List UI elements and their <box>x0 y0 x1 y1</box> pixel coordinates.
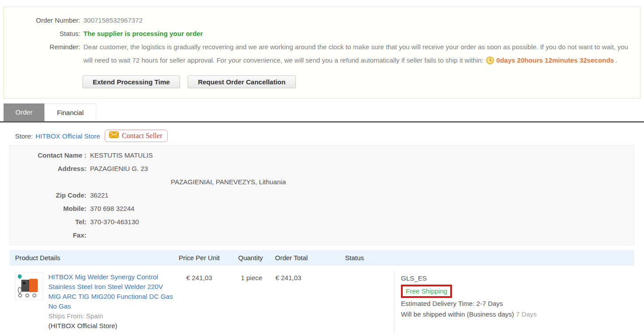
contact-row: Contact Name : KESTUTIS MATULIS <box>10 149 634 162</box>
store-label: Store: <box>15 132 33 140</box>
clock-icon <box>486 56 494 69</box>
contact-row: Mobile: 370 698 32244 <box>10 202 634 215</box>
quantity-cell: 1 piece <box>238 271 275 333</box>
contact-name-value: KESTUTIS MATULIS <box>90 149 153 162</box>
welder-orange-shape <box>29 279 38 292</box>
address-value: PAZAGIENIU G. 23 <box>90 162 148 175</box>
product-title-link[interactable]: HITBOX Mig Welder Synergy Control Stainl… <box>48 272 177 311</box>
zip-code-label: Zip Code: <box>10 189 86 202</box>
contact-seller-label: Contact Seller <box>122 132 162 140</box>
contact-name-label: Contact Name : <box>10 149 86 162</box>
free-shipping-text: Free Shipping <box>406 287 447 295</box>
order-status-text: The supplier is processing your order <box>83 27 203 40</box>
order-number-label: Order Number: <box>4 14 80 27</box>
ship-within-days: 7 Days <box>516 310 537 318</box>
order-number-value: 3007158532967372 <box>83 14 142 27</box>
table-row: HITBOX Mig Welder Synergy Control Stainl… <box>10 271 634 333</box>
tab-underline <box>0 121 644 123</box>
header-order-total: Order Total <box>275 254 345 262</box>
tab-order[interactable]: Order <box>4 103 44 121</box>
store-note-text: (HITBOX Official Store) <box>48 321 177 331</box>
tab-financial[interactable]: Financial <box>44 103 96 121</box>
welder-panel-shape <box>22 281 26 285</box>
mobile-value: 370 698 32244 <box>90 202 134 215</box>
accessory-ring-shape <box>25 293 29 297</box>
zip-code-value: 36221 <box>90 189 109 202</box>
reminder-row: Reminder: Dear customer, the logistics i… <box>4 40 640 69</box>
contact-row: Address: PAZAGIENIU G. 23 <box>10 162 634 175</box>
tel-label: Tel: <box>10 215 86 229</box>
ship-within-text: Will be shipped within (Business days) 7… <box>401 309 634 320</box>
contact-seller-button[interactable]: Contact Seller <box>105 130 168 142</box>
request-order-cancellation-button[interactable]: Request Order Cancellation <box>188 75 296 88</box>
product-info: HITBOX Mig Welder Synergy Control Stainl… <box>48 272 177 333</box>
accessory-ring-shape <box>32 293 36 297</box>
shipping-info-cell: GLS_ES Free Shipping Estimated Delivery … <box>394 271 634 333</box>
mobile-label: Mobile: <box>10 202 86 215</box>
accessory-ring-shape <box>18 293 22 297</box>
address-line2-label <box>10 175 86 189</box>
status-row: Status: The supplier is processing your … <box>4 27 640 40</box>
tel-value: 370-370-463130 <box>90 215 139 229</box>
countdown-timer: 0days 20hours 12minutes 32seconds <box>496 56 614 64</box>
status-cell <box>345 271 394 333</box>
summary-actions: Extend Processing Time Request Order Can… <box>82 75 640 88</box>
contact-row: Tel: 370-370-463130 <box>10 215 634 229</box>
ships-from-text: Ships From: Spain <box>48 311 177 321</box>
welder-cable-shape <box>18 287 22 293</box>
product-image[interactable] <box>15 272 43 300</box>
contact-row: Zip Code: 36221 <box>10 189 634 202</box>
contact-row: PAZAGIENIAI, PANEVEZYS, Lithuania <box>10 175 634 189</box>
address-label: Address: <box>10 162 86 175</box>
header-status: Status <box>345 254 394 262</box>
store-row: Store: HITBOX Official Store Contact Sel… <box>15 129 168 143</box>
order-total-cell: € 241,03 <box>275 271 345 333</box>
ship-within-label: Will be shipped within (Business days) <box>401 310 514 318</box>
product-table-header: Product Details Price Per Unit Quantity … <box>10 250 634 266</box>
product-details-cell: HITBOX Mig Welder Synergy Control Stainl… <box>10 271 179 333</box>
contact-panel: Contact Name : KESTUTIS MATULIS Address:… <box>10 145 634 245</box>
store-link[interactable]: HITBOX Official Store <box>35 132 100 140</box>
order-number-row: Order Number: 3007158532967372 <box>4 14 640 27</box>
contact-row: Fax: <box>10 229 634 242</box>
address-line2-value: PAZAGIENIAI, PANEVEZYS, Lithuania <box>171 175 286 189</box>
reminder-label: Reminder: <box>4 40 80 69</box>
envelope-icon <box>109 131 119 140</box>
header-quantity: Quantity <box>238 254 275 262</box>
tab-bar: Order Financial <box>0 103 644 121</box>
header-product-details: Product Details <box>10 254 179 262</box>
header-price-per-unit: Price Per Unit <box>179 254 238 262</box>
order-detail-page: Order Number: 3007158532967372 Status: T… <box>0 0 644 333</box>
reminder-text: Dear customer, the logistics is graduall… <box>83 40 631 69</box>
extend-processing-time-button[interactable]: Extend Processing Time <box>82 75 180 88</box>
brand-logo-icon <box>17 274 23 279</box>
price-per-unit-cell: € 241,03 <box>179 271 238 333</box>
estimated-delivery-text: Estimated Delivery Time: 2-7 Days <box>401 298 634 309</box>
status-label: Status: <box>4 27 80 40</box>
order-summary-box: Order Number: 3007158532967372 Status: T… <box>4 7 640 99</box>
countdown-suffix: . <box>615 56 617 64</box>
shipping-carrier: GLS_ES <box>401 273 634 284</box>
free-shipping-annotation-box: Free Shipping <box>401 285 452 298</box>
fax-label: Fax: <box>10 229 86 242</box>
